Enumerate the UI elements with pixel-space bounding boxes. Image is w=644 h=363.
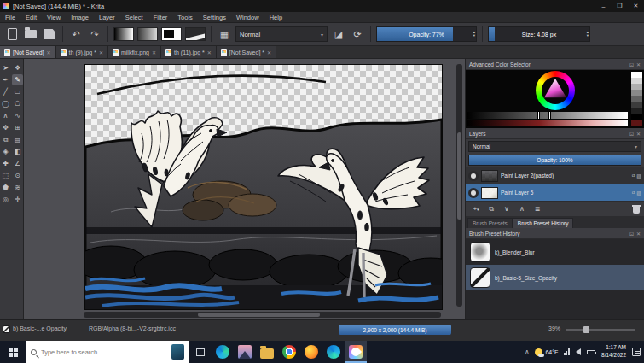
- maximize-button[interactable]: ❐: [612, 0, 628, 12]
- close-docker-icon[interactable]: ✕: [636, 61, 641, 67]
- zoom-slider-handle[interactable]: [583, 326, 589, 333]
- add-layer-button[interactable]: +▾: [469, 203, 483, 215]
- gradient-chooser[interactable]: [113, 27, 134, 41]
- hue-ring[interactable]: [536, 71, 575, 110]
- close-tab-icon[interactable]: ✕: [99, 50, 103, 56]
- volume-icon[interactable]: [576, 348, 581, 355]
- menu-tools[interactable]: Tools: [172, 12, 198, 22]
- transform-select-tool[interactable]: ➤: [0, 62, 11, 73]
- taskbar-app-firefox[interactable]: [300, 341, 322, 363]
- swatch[interactable]: [631, 90, 642, 96]
- menu-help[interactable]: Help: [264, 12, 287, 22]
- transform-tool[interactable]: ⊞: [12, 122, 23, 133]
- close-tab-icon[interactable]: ✕: [47, 50, 51, 56]
- workspace-chooser-button[interactable]: ▦: [217, 26, 232, 42]
- visibility-eye-icon[interactable]: [468, 171, 479, 181]
- action-center-icon[interactable]: [632, 348, 641, 356]
- ellipse-select-tool[interactable]: ⊙: [12, 170, 23, 181]
- start-button[interactable]: [0, 341, 26, 363]
- polygon-select-tool[interactable]: ⬟: [0, 182, 11, 193]
- shade-selector-bar-2[interactable]: [467, 120, 628, 126]
- menu-image[interactable]: Image: [66, 12, 94, 22]
- swatch[interactable]: [631, 96, 642, 102]
- inherit-alpha-icon[interactable]: α: [632, 190, 635, 196]
- swatch[interactable]: [631, 84, 642, 90]
- menu-file[interactable]: File: [0, 12, 20, 22]
- inherit-alpha-icon[interactable]: α: [632, 173, 635, 179]
- tab-brush-presets[interactable]: Brush Presets: [467, 218, 513, 228]
- crop-tool[interactable]: ⧉: [0, 134, 11, 145]
- rectangle-tool[interactable]: ▭: [12, 86, 23, 97]
- scrollbar-thumb[interactable]: [198, 313, 319, 317]
- alpha-lock-icon[interactable]: ▨: [636, 190, 641, 196]
- close-docker-icon[interactable]: ✕: [636, 231, 641, 237]
- edit-shapes-tool[interactable]: ❖: [12, 62, 23, 73]
- preset-item-blender-blur[interactable]: k)_Blender_Blur: [466, 239, 644, 265]
- opacity-spin-buttons[interactable]: ▴▾: [473, 27, 475, 41]
- scrollbar-thumb[interactable]: [457, 132, 461, 220]
- menu-select[interactable]: Select: [120, 12, 148, 22]
- blending-mode-dropdown[interactable]: Normal ▾: [235, 26, 328, 42]
- swatch[interactable]: [631, 108, 642, 114]
- search-highlight-image[interactable]: [171, 344, 184, 360]
- doc-tab-th11[interactable]: th (11).jpg * ✕: [161, 46, 217, 58]
- move-tool[interactable]: ✥: [0, 122, 11, 133]
- measure-tool[interactable]: ∠: [12, 158, 23, 169]
- doc-tab-th9[interactable]: th (9).jpg * ✕: [56, 46, 108, 58]
- task-view-button[interactable]: [189, 341, 212, 363]
- taskbar-clock[interactable]: 1:17 AM 8/14/2022: [601, 344, 626, 360]
- redo-button[interactable]: ↷: [87, 26, 102, 42]
- canvas[interactable]: [85, 65, 442, 309]
- open-document-button[interactable]: [23, 26, 38, 42]
- undo-button[interactable]: ↶: [68, 26, 84, 42]
- swatch[interactable]: [631, 120, 642, 126]
- shade-selector-bar[interactable]: [467, 112, 628, 119]
- menu-settings[interactable]: Settings: [198, 12, 231, 22]
- battery-icon[interactable]: [587, 350, 595, 354]
- layer-blending-mode-dropdown[interactable]: Normal ▾: [468, 141, 641, 152]
- delete-layer-button[interactable]: [632, 204, 641, 214]
- reload-preset-button[interactable]: ⟳: [350, 26, 365, 42]
- search-input[interactable]: [41, 348, 160, 356]
- close-docker-icon[interactable]: ✕: [636, 131, 641, 137]
- taskbar-app-explorer[interactable]: [256, 341, 278, 363]
- taskbar-app-photos[interactable]: [234, 341, 256, 363]
- menu-filter[interactable]: Filter: [148, 12, 173, 22]
- freehand-brush-tool[interactable]: ✎: [12, 74, 23, 85]
- swatch[interactable]: [631, 114, 642, 120]
- fg-bg-color-chooser[interactable]: [161, 27, 182, 41]
- taskbar-app-krita[interactable]: [345, 341, 367, 363]
- eraser-mode-button[interactable]: ◪: [331, 26, 346, 42]
- close-tab-icon[interactable]: ✕: [267, 50, 271, 56]
- hidden-icons-chevron[interactable]: ∧: [525, 348, 529, 355]
- brush-preset-chooser[interactable]: [185, 27, 206, 41]
- pan-tool[interactable]: ✛: [12, 194, 23, 205]
- layer-row-paint-layer-5[interactable]: Paint Layer 5 α ▨: [466, 184, 644, 202]
- move-layer-down-button[interactable]: ∨: [500, 203, 513, 215]
- swatch[interactable]: [631, 72, 642, 78]
- layer-properties-button[interactable]: ≣: [531, 203, 544, 215]
- calligraphy-tool[interactable]: ✒: [0, 74, 11, 85]
- taskbar-app-edge-beta[interactable]: [322, 341, 345, 363]
- rect-select-tool[interactable]: ⬚: [0, 170, 11, 181]
- menu-edit[interactable]: Edit: [20, 12, 42, 22]
- bezier-curve-tool[interactable]: ∿: [12, 110, 23, 121]
- save-button[interactable]: [42, 26, 57, 42]
- tab-brush-preset-history[interactable]: Brush Preset History: [513, 218, 574, 228]
- opacity-slider[interactable]: Opacity: 77% ▴▾: [376, 26, 477, 42]
- minimize-button[interactable]: –: [595, 0, 612, 12]
- taskbar-app-chrome[interactable]: [278, 341, 300, 363]
- weather-widget[interactable]: 64°F: [535, 348, 558, 356]
- layer-opacity-slider[interactable]: Opacity: 100%: [468, 155, 641, 166]
- swatch[interactable]: [631, 102, 642, 108]
- size-slider[interactable]: Size: 4.08 px ▴▾: [488, 26, 590, 42]
- color-sampler-tool[interactable]: ◈: [0, 146, 11, 157]
- network-icon[interactable]: [564, 348, 570, 355]
- ellipse-tool[interactable]: ◯: [0, 98, 11, 109]
- line-tool[interactable]: ╱: [0, 86, 11, 97]
- canvas-vertical-scrollbar[interactable]: [456, 64, 462, 307]
- doc-tab-not-saved[interactable]: [Not Saved] ✕: [0, 46, 56, 58]
- assistants-tool[interactable]: ✚: [0, 158, 11, 169]
- zoom-slider[interactable]: [566, 329, 635, 331]
- doc-tab-milkfix[interactable]: milkfix.png ✕: [108, 46, 161, 58]
